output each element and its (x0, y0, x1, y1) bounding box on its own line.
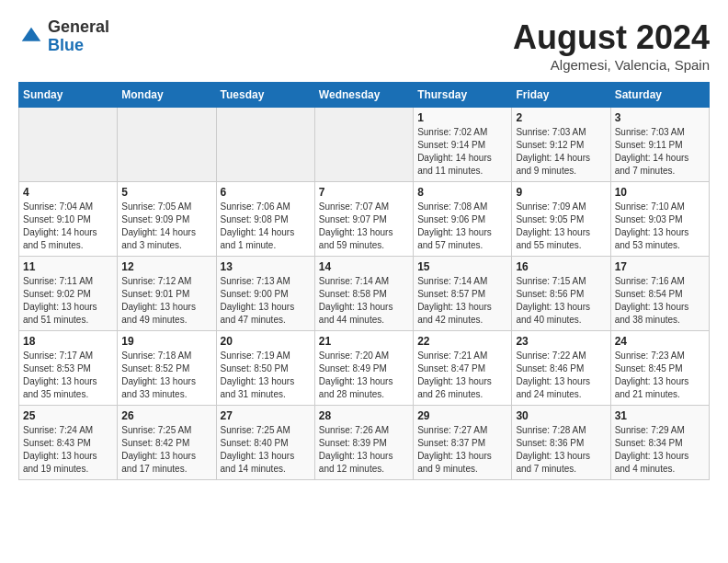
day-detail: Sunrise: 7:05 AMSunset: 9:09 PMDaylight:… (121, 201, 211, 252)
day-detail: Sunrise: 7:04 AMSunset: 9:10 PMDaylight:… (23, 201, 113, 252)
day-number: 27 (221, 409, 311, 422)
day-number: 26 (121, 409, 211, 422)
day-detail: Sunrise: 7:08 AMSunset: 9:06 PMDaylight:… (417, 201, 507, 252)
day-number: 8 (417, 186, 507, 199)
table-row: 5Sunrise: 7:05 AMSunset: 9:09 PMDaylight… (118, 182, 216, 257)
table-row (118, 108, 216, 182)
table-row: 15Sunrise: 7:14 AMSunset: 8:57 PMDayligh… (414, 257, 512, 331)
day-number: 16 (516, 260, 606, 273)
day-detail: Sunrise: 7:11 AMSunset: 9:02 PMDaylight:… (23, 275, 113, 327)
svg-marker-0 (22, 28, 41, 41)
day-number: 25 (23, 409, 113, 422)
table-row (19, 108, 118, 182)
day-detail: Sunrise: 7:16 AMSunset: 8:54 PMDaylight:… (615, 275, 705, 327)
table-row: 27Sunrise: 7:25 AMSunset: 8:40 PMDayligh… (216, 406, 314, 480)
day-number: 24 (615, 335, 705, 348)
table-row: 28Sunrise: 7:26 AMSunset: 8:39 PMDayligh… (314, 406, 413, 480)
day-number: 22 (417, 335, 507, 348)
header: General Blue August 2024 Algemesi, Valen… (18, 18, 710, 73)
title-section: August 2024 Algemesi, Valencia, Spain (513, 18, 710, 73)
day-number: 15 (417, 260, 507, 273)
day-number: 1 (417, 111, 507, 124)
day-number: 28 (319, 409, 409, 422)
calendar: Sunday Monday Tuesday Wednesday Thursday… (18, 82, 710, 480)
table-row: 7Sunrise: 7:07 AMSunset: 9:07 PMDaylight… (314, 182, 413, 257)
day-detail: Sunrise: 7:25 AMSunset: 8:40 PMDaylight:… (221, 424, 311, 476)
day-number: 14 (319, 260, 409, 273)
day-number: 30 (516, 409, 606, 422)
table-row: 4Sunrise: 7:04 AMSunset: 9:10 PMDaylight… (19, 182, 118, 257)
table-row: 10Sunrise: 7:10 AMSunset: 9:03 PMDayligh… (610, 182, 709, 257)
day-detail: Sunrise: 7:14 AMSunset: 8:58 PMDaylight:… (319, 275, 409, 327)
day-number: 6 (221, 186, 311, 199)
table-row (216, 108, 314, 182)
day-number: 23 (516, 335, 606, 348)
table-row: 16Sunrise: 7:15 AMSunset: 8:56 PMDayligh… (512, 257, 610, 331)
day-number: 13 (221, 260, 311, 273)
table-row: 9Sunrise: 7:09 AMSunset: 9:05 PMDaylight… (512, 182, 610, 257)
logo-blue-text: Blue (48, 37, 109, 55)
day-detail: Sunrise: 7:07 AMSunset: 9:07 PMDaylight:… (319, 201, 409, 252)
main-title: August 2024 (513, 18, 710, 57)
day-number: 17 (615, 260, 705, 273)
day-number: 21 (319, 335, 409, 348)
day-detail: Sunrise: 7:23 AMSunset: 8:45 PMDaylight:… (615, 350, 705, 401)
day-number: 4 (23, 186, 113, 199)
day-detail: Sunrise: 7:09 AMSunset: 9:05 PMDaylight:… (516, 201, 606, 252)
day-detail: Sunrise: 7:21 AMSunset: 8:47 PMDaylight:… (417, 350, 507, 401)
day-detail: Sunrise: 7:27 AMSunset: 8:37 PMDaylight:… (417, 424, 507, 476)
day-detail: Sunrise: 7:06 AMSunset: 9:08 PMDaylight:… (221, 201, 311, 252)
day-detail: Sunrise: 7:19 AMSunset: 8:50 PMDaylight:… (221, 350, 311, 401)
table-row: 29Sunrise: 7:27 AMSunset: 8:37 PMDayligh… (414, 406, 512, 480)
table-row: 22Sunrise: 7:21 AMSunset: 8:47 PMDayligh… (414, 331, 512, 406)
logo-text: General Blue (48, 18, 109, 55)
logo-general-text: General (48, 18, 109, 37)
table-row: 19Sunrise: 7:18 AMSunset: 8:52 PMDayligh… (118, 331, 216, 406)
header-wednesday: Wednesday (314, 83, 413, 108)
table-row: 20Sunrise: 7:19 AMSunset: 8:50 PMDayligh… (216, 331, 314, 406)
day-detail: Sunrise: 7:12 AMSunset: 9:01 PMDaylight:… (121, 275, 211, 327)
subtitle: Algemesi, Valencia, Spain (513, 57, 710, 73)
day-detail: Sunrise: 7:02 AMSunset: 9:14 PMDaylight:… (417, 126, 507, 178)
day-detail: Sunrise: 7:18 AMSunset: 8:52 PMDaylight:… (121, 350, 211, 401)
day-detail: Sunrise: 7:25 AMSunset: 8:42 PMDaylight:… (121, 424, 211, 476)
table-row: 31Sunrise: 7:29 AMSunset: 8:34 PMDayligh… (610, 406, 709, 480)
day-number: 31 (615, 409, 705, 422)
calendar-week-1: 1Sunrise: 7:02 AMSunset: 9:14 PMDaylight… (19, 108, 710, 182)
header-tuesday: Tuesday (216, 83, 314, 108)
weekday-header-row: Sunday Monday Tuesday Wednesday Thursday… (19, 83, 710, 108)
logo: General Blue (18, 18, 109, 55)
header-friday: Friday (512, 83, 610, 108)
calendar-week-2: 4Sunrise: 7:04 AMSunset: 9:10 PMDaylight… (19, 182, 710, 257)
day-number: 2 (516, 111, 606, 124)
day-detail: Sunrise: 7:10 AMSunset: 9:03 PMDaylight:… (615, 201, 705, 252)
day-number: 11 (23, 260, 113, 273)
table-row: 25Sunrise: 7:24 AMSunset: 8:43 PMDayligh… (19, 406, 118, 480)
logo-icon (18, 24, 44, 50)
day-detail: Sunrise: 7:14 AMSunset: 8:57 PMDaylight:… (417, 275, 507, 327)
day-detail: Sunrise: 7:03 AMSunset: 9:11 PMDaylight:… (615, 126, 705, 178)
day-number: 20 (221, 335, 311, 348)
table-row: 23Sunrise: 7:22 AMSunset: 8:46 PMDayligh… (512, 331, 610, 406)
day-number: 3 (615, 111, 705, 124)
table-row: 2Sunrise: 7:03 AMSunset: 9:12 PMDaylight… (512, 108, 610, 182)
day-detail: Sunrise: 7:28 AMSunset: 8:36 PMDaylight:… (516, 424, 606, 476)
day-detail: Sunrise: 7:20 AMSunset: 8:49 PMDaylight:… (319, 350, 409, 401)
day-detail: Sunrise: 7:22 AMSunset: 8:46 PMDaylight:… (516, 350, 606, 401)
calendar-week-3: 11Sunrise: 7:11 AMSunset: 9:02 PMDayligh… (19, 257, 710, 331)
day-detail: Sunrise: 7:17 AMSunset: 8:53 PMDaylight:… (23, 350, 113, 401)
table-row: 14Sunrise: 7:14 AMSunset: 8:58 PMDayligh… (314, 257, 413, 331)
table-row: 26Sunrise: 7:25 AMSunset: 8:42 PMDayligh… (118, 406, 216, 480)
header-monday: Monday (118, 83, 216, 108)
table-row: 24Sunrise: 7:23 AMSunset: 8:45 PMDayligh… (610, 331, 709, 406)
day-number: 10 (615, 186, 705, 199)
day-number: 12 (121, 260, 211, 273)
day-detail: Sunrise: 7:26 AMSunset: 8:39 PMDaylight:… (319, 424, 409, 476)
table-row: 12Sunrise: 7:12 AMSunset: 9:01 PMDayligh… (118, 257, 216, 331)
day-detail: Sunrise: 7:13 AMSunset: 9:00 PMDaylight:… (221, 275, 311, 327)
table-row: 13Sunrise: 7:13 AMSunset: 9:00 PMDayligh… (216, 257, 314, 331)
day-detail: Sunrise: 7:29 AMSunset: 8:34 PMDaylight:… (615, 424, 705, 476)
table-row: 6Sunrise: 7:06 AMSunset: 9:08 PMDaylight… (216, 182, 314, 257)
table-row: 18Sunrise: 7:17 AMSunset: 8:53 PMDayligh… (19, 331, 118, 406)
day-number: 7 (319, 186, 409, 199)
